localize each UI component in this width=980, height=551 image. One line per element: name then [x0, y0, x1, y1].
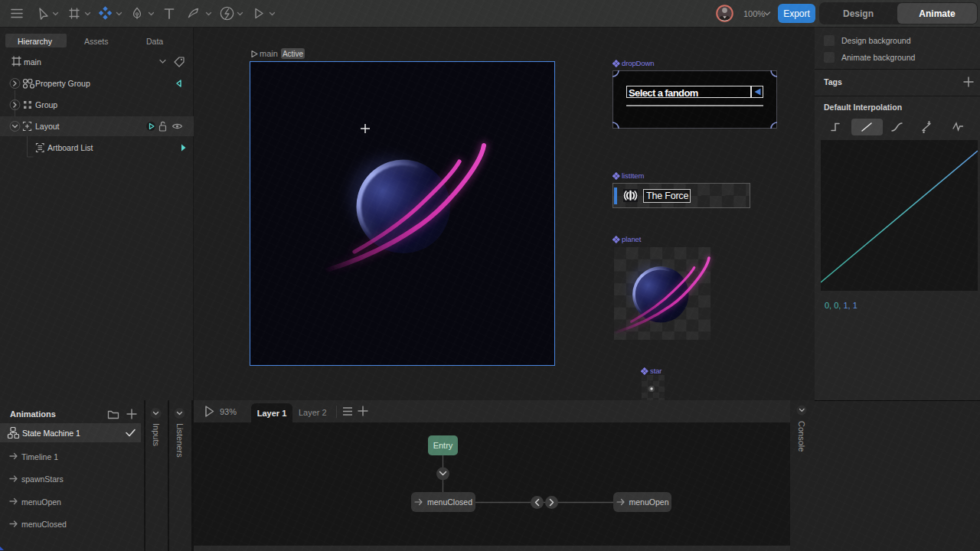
svg-text:Entry: Entry	[433, 441, 453, 450]
